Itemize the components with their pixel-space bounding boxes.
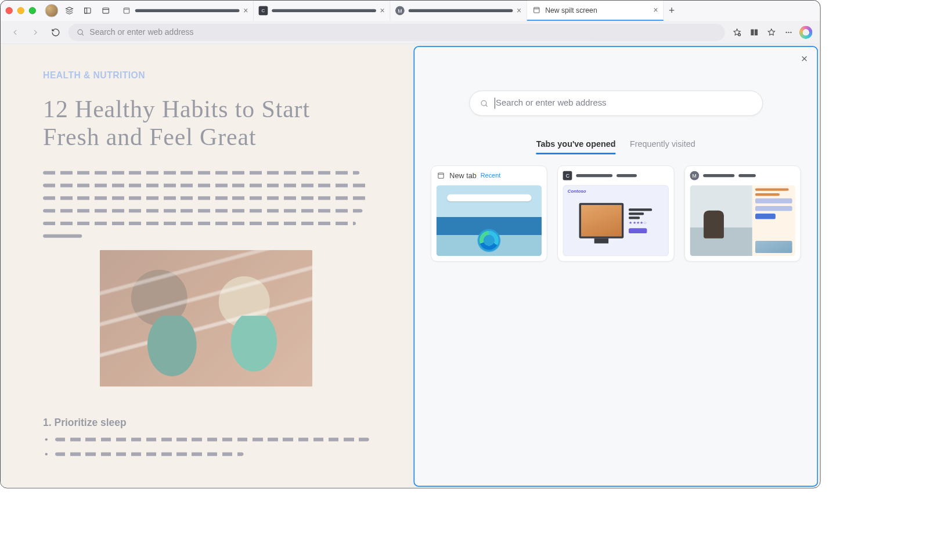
card-thumbnail-product: Contoso ★★★★☆	[563, 185, 669, 256]
toolbar-right	[730, 25, 813, 39]
svg-rect-4	[534, 8, 539, 13]
new-tab-button[interactable]: +	[664, 1, 680, 21]
card-favicon-m-icon: M	[690, 171, 699, 180]
article-title: 12 Healthy Habits to Start Fresh and Fee…	[43, 95, 369, 151]
vertical-tabs-icon[interactable]	[99, 3, 113, 17]
tab-opened[interactable]: Tabs you've opened	[536, 139, 616, 154]
card-favicon-page-icon	[437, 171, 446, 180]
article-section-heading: 1. Prioritize sleep	[43, 417, 369, 429]
svg-rect-7	[751, 29, 753, 35]
card-title: New tab	[449, 172, 476, 180]
browser-tab-3[interactable]: New spilt screen ×	[527, 1, 664, 21]
product-brand: Contoso	[568, 189, 586, 194]
card-travel[interactable]: M	[684, 165, 801, 262]
browser-tab-1[interactable]: C ×	[254, 1, 390, 21]
tab-favicon-page-icon	[532, 6, 541, 15]
address-bar[interactable]: Search or enter web address	[68, 24, 725, 41]
split-screen-icon[interactable]	[747, 25, 761, 39]
favorites-add-icon[interactable]	[730, 25, 744, 39]
nav-forward-button[interactable]	[28, 24, 43, 39]
split-close-button[interactable]	[800, 54, 809, 65]
svg-point-5	[78, 30, 82, 34]
copilot-icon[interactable]	[799, 25, 813, 39]
tab-favicon-m-icon: M	[395, 6, 405, 15]
svg-point-9	[785, 31, 787, 32]
card-new-tab[interactable]: New tab Recent	[431, 165, 547, 262]
list-item	[55, 438, 369, 442]
svg-rect-13	[438, 173, 444, 178]
card-favicon-c-icon: C	[563, 171, 572, 180]
tab-strip: × C × M × New spilt screen × +	[117, 1, 814, 21]
search-icon	[479, 99, 488, 107]
tab-title-redacted	[409, 9, 513, 12]
split-search-input[interactable]: Search or enter web address	[469, 91, 763, 116]
toolbar: Search or enter web address	[1, 21, 820, 44]
tab-title-redacted	[135, 9, 239, 12]
browser-tab-2[interactable]: M ×	[390, 1, 527, 21]
svg-rect-3	[124, 8, 129, 13]
split-section-tabs: Tabs you've opened Frequently visited	[536, 139, 695, 154]
opened-tabs-cards: New tab Recent C Contoso	[425, 165, 807, 262]
search-icon	[77, 28, 85, 36]
tab-actions-icon[interactable]	[81, 3, 95, 17]
card-title-redacted	[703, 174, 795, 177]
svg-point-12	[481, 100, 486, 106]
tab-title-redacted	[272, 9, 376, 12]
tab-title: New spilt screen	[545, 6, 649, 14]
workspaces-icon[interactable]	[62, 3, 76, 17]
tab-close-button[interactable]: ×	[517, 6, 521, 15]
card-product[interactable]: C Contoso ★★★★☆	[557, 165, 674, 262]
list-item	[55, 453, 243, 456]
svg-point-10	[788, 31, 789, 32]
article-paragraph-placeholder	[43, 171, 369, 238]
tab-frequent[interactable]: Frequently visited	[630, 139, 695, 154]
split-pane-left[interactable]: HEALTH & NUTRITION 12 Healthy Habits to …	[2, 46, 409, 487]
nav-back-button[interactable]	[8, 24, 23, 39]
svg-rect-0	[85, 8, 91, 13]
svg-rect-8	[755, 29, 758, 35]
browser-tab-0[interactable]: ×	[117, 1, 253, 21]
tab-favicon-c-icon: C	[259, 6, 268, 15]
favorites-icon[interactable]	[765, 25, 778, 39]
card-thumbnail-travel	[690, 185, 795, 256]
article-category: HEALTH & NUTRITION	[43, 70, 369, 81]
article-hero-image	[100, 250, 312, 386]
tab-close-button[interactable]: ×	[653, 6, 658, 14]
recent-badge: Recent	[481, 172, 501, 179]
window-controls	[6, 7, 36, 14]
address-placeholder: Search or enter web address	[89, 28, 193, 37]
more-menu-icon[interactable]	[781, 25, 795, 39]
svg-point-11	[790, 31, 791, 32]
svg-rect-1	[85, 8, 87, 13]
search-placeholder: Search or enter web address	[496, 98, 606, 108]
svg-rect-2	[103, 8, 109, 13]
window-maximize-button[interactable]	[29, 7, 36, 14]
window-minimize-button[interactable]	[17, 7, 24, 14]
tab-close-button[interactable]: ×	[243, 6, 248, 15]
window-titlebar: × C × M × New spilt screen × +	[1, 1, 820, 21]
article-bullet-list	[43, 438, 369, 456]
text-caret	[495, 97, 495, 109]
card-thumbnail-edge	[437, 185, 542, 256]
card-title-redacted	[576, 174, 669, 177]
tab-close-button[interactable]: ×	[380, 6, 385, 15]
profile-avatar[interactable]	[45, 4, 59, 17]
split-workspace: HEALTH & NUTRITION 12 Healthy Habits to …	[1, 44, 820, 489]
tab-favicon-page-icon	[122, 6, 131, 15]
reload-button[interactable]	[48, 24, 63, 39]
split-pane-right[interactable]: Search or enter web address Tabs you've …	[413, 46, 818, 487]
window-close-button[interactable]	[6, 7, 13, 14]
